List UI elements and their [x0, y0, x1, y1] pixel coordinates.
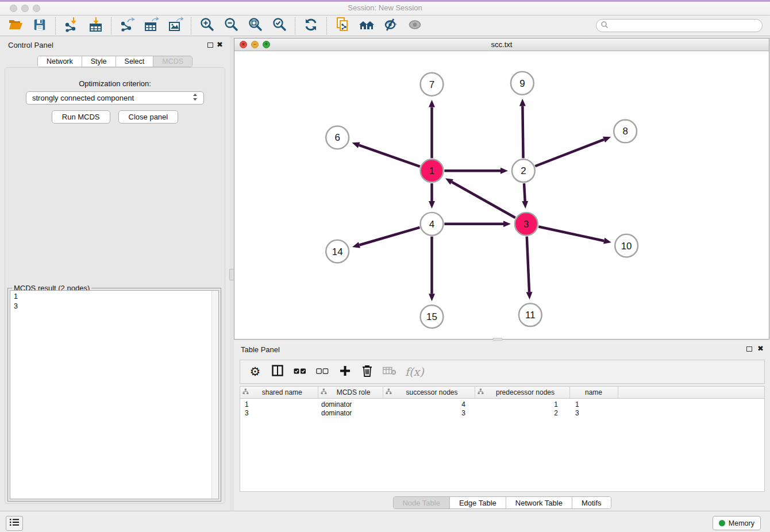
- export-image-icon: [168, 17, 183, 34]
- edge-arrowhead: [352, 242, 360, 248]
- main-toolbar: [0, 16, 770, 36]
- table-panel: Table Panel ✖ ⚙: [234, 342, 770, 511]
- table-row[interactable]: 3dominator323: [240, 408, 764, 418]
- memory-label: Memory: [729, 519, 754, 527]
- show-view-button[interactable]: [403, 17, 427, 35]
- network-window-titlebar[interactable]: × − + scc.txt: [234, 38, 769, 51]
- trash-icon: [362, 365, 372, 379]
- export-image-button[interactable]: [163, 17, 187, 35]
- column-header-successor-nodes[interactable]: successor nodes: [383, 387, 475, 398]
- column-header-mcds-role[interactable]: MCDS role: [318, 387, 383, 398]
- edge-arrowhead: [429, 100, 435, 107]
- graph-node-3[interactable]: 3: [515, 213, 538, 236]
- select-chevrons-icon: [192, 93, 198, 103]
- refresh-view-button[interactable]: [299, 17, 323, 35]
- function-builder-button[interactable]: f(x): [405, 364, 424, 380]
- table-row[interactable]: 1dominator411: [240, 398, 764, 408]
- svg-text:3: 3: [523, 219, 529, 230]
- delete-column-button[interactable]: [360, 364, 374, 380]
- table-header-row: shared nameMCDS rolesuccessor nodesprede…: [240, 387, 764, 398]
- add-column-button[interactable]: [338, 364, 352, 380]
- graph-node-6[interactable]: 6: [326, 126, 349, 149]
- tab-network-table[interactable]: Network Table: [506, 497, 572, 508]
- destroy-table-button[interactable]: [383, 364, 396, 380]
- tab-network[interactable]: Network: [38, 56, 82, 67]
- graph-node-7[interactable]: 7: [421, 73, 444, 96]
- deselect-all-icon: [316, 367, 329, 377]
- close-panel-icon[interactable]: ✖: [757, 346, 764, 352]
- criterion-select[interactable]: strongly connected component: [26, 91, 204, 105]
- float-panel-icon[interactable]: [746, 346, 752, 352]
- zoom-in-button[interactable]: [195, 17, 219, 35]
- column-header-name[interactable]: name: [569, 387, 618, 398]
- open-folder-icon: [8, 17, 23, 34]
- tab-mcds[interactable]: MCDS: [153, 56, 192, 67]
- tab-motifs[interactable]: Motifs: [572, 497, 611, 508]
- search-box[interactable]: [596, 19, 763, 32]
- graph-node-10[interactable]: 10: [615, 234, 638, 257]
- clone-network-button[interactable]: [330, 17, 355, 35]
- graph-node-15[interactable]: 15: [421, 305, 444, 328]
- tree-icon: [386, 388, 392, 396]
- zoom-selected-button[interactable]: [267, 17, 291, 35]
- edge-arrowhead: [503, 221, 511, 227]
- close-panel-icon[interactable]: ✖: [217, 42, 223, 48]
- export-network-button[interactable]: [115, 17, 139, 35]
- settings-button[interactable]: ⚙: [248, 364, 262, 380]
- home-button[interactable]: [355, 17, 379, 35]
- task-history-button[interactable]: [6, 516, 23, 531]
- svg-text:11: 11: [525, 310, 536, 321]
- hide-panels-button[interactable]: [379, 17, 403, 35]
- tab-style[interactable]: Style: [82, 56, 116, 67]
- graph-node-14[interactable]: 14: [326, 240, 349, 263]
- clone-network-icon: [335, 17, 351, 34]
- graph-node-1[interactable]: 1: [421, 159, 444, 182]
- graph-node-2[interactable]: 2: [512, 159, 535, 182]
- tab-edge-table[interactable]: Edge Table: [450, 497, 506, 508]
- eye-icon: [407, 17, 423, 34]
- graph-edge-3-10[interactable]: [538, 226, 604, 241]
- graph-edge-1-6[interactable]: [359, 145, 420, 167]
- memory-button[interactable]: Memory: [713, 516, 761, 530]
- search-input[interactable]: [611, 22, 762, 30]
- save-session-button[interactable]: [28, 17, 52, 35]
- float-panel-icon[interactable]: [207, 43, 213, 48]
- import-network-button[interactable]: [59, 17, 83, 35]
- edge-arrowhead: [519, 99, 526, 106]
- column-header-predecessor-nodes[interactable]: predecessor nodes: [475, 387, 569, 398]
- scrollbar[interactable]: [211, 291, 218, 499]
- network-graph: 7968124314101511: [234, 51, 769, 339]
- graph-edge-4-14[interactable]: [359, 228, 419, 245]
- deselect-all-button[interactable]: [315, 364, 329, 380]
- graph-node-8[interactable]: 8: [614, 120, 637, 143]
- zoom-fit-button[interactable]: [243, 17, 267, 35]
- horizontal-splitter-grip[interactable]: [493, 338, 502, 341]
- import-table-button[interactable]: [83, 17, 107, 35]
- graph-edge-2-3[interactable]: [524, 183, 525, 201]
- tab-node-table[interactable]: Node Table: [393, 497, 450, 508]
- graph-edge-3-1[interactable]: [452, 182, 515, 218]
- export-table-button[interactable]: [139, 17, 163, 35]
- eye-slash-icon: [383, 17, 399, 34]
- graph-edge-3-11[interactable]: [527, 237, 529, 292]
- svg-text:4: 4: [429, 219, 434, 230]
- run-mcds-button[interactable]: Run MCDS: [52, 110, 110, 124]
- svg-text:10: 10: [621, 241, 632, 252]
- graph-edge-2-9[interactable]: [522, 106, 523, 159]
- column-header-shared-name[interactable]: shared name: [240, 387, 318, 398]
- graph-node-11[interactable]: 11: [519, 303, 542, 326]
- open-session-button[interactable]: [3, 17, 28, 35]
- network-canvas[interactable]: 7968124314101511: [234, 51, 769, 339]
- split-view-button[interactable]: [271, 364, 284, 380]
- select-all-button[interactable]: [293, 364, 307, 380]
- zoom-out-button[interactable]: [219, 17, 243, 35]
- tree-icon: [321, 388, 327, 396]
- mcds-result-group: MCDS result (2 nodes) 1 3: [7, 288, 221, 502]
- graph-edge-2-8[interactable]: [535, 140, 604, 166]
- graph-node-4[interactable]: 4: [421, 213, 444, 236]
- mcds-result-list[interactable]: 1 3: [10, 290, 219, 499]
- close-panel-button[interactable]: Close panel: [118, 110, 179, 124]
- tab-select[interactable]: Select: [116, 56, 154, 67]
- graph-node-9[interactable]: 9: [511, 72, 534, 95]
- columns-icon: [272, 365, 283, 379]
